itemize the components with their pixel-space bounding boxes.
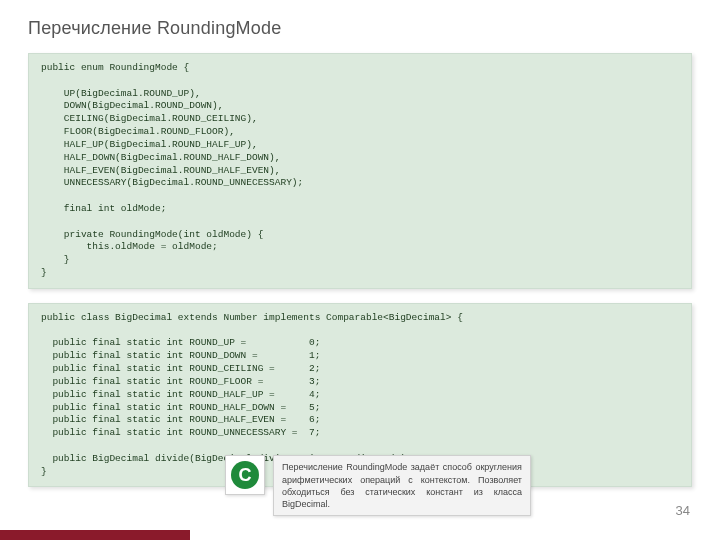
info-icon: С: [231, 461, 259, 489]
page-title: Перечисление RoundingMode: [28, 18, 692, 39]
page-number: 34: [676, 503, 690, 518]
accent-bar: [0, 530, 190, 540]
note-row: С Перечисление RoundingMode задаёт спосо…: [225, 455, 531, 516]
slide: Перечисление RoundingMode public enum Ro…: [0, 0, 720, 540]
note-text: Перечисление RoundingMode задаёт способ …: [273, 455, 531, 516]
code-block-enum: public enum RoundingMode { UP(BigDecimal…: [28, 53, 692, 289]
note-icon-box: С: [225, 455, 265, 495]
